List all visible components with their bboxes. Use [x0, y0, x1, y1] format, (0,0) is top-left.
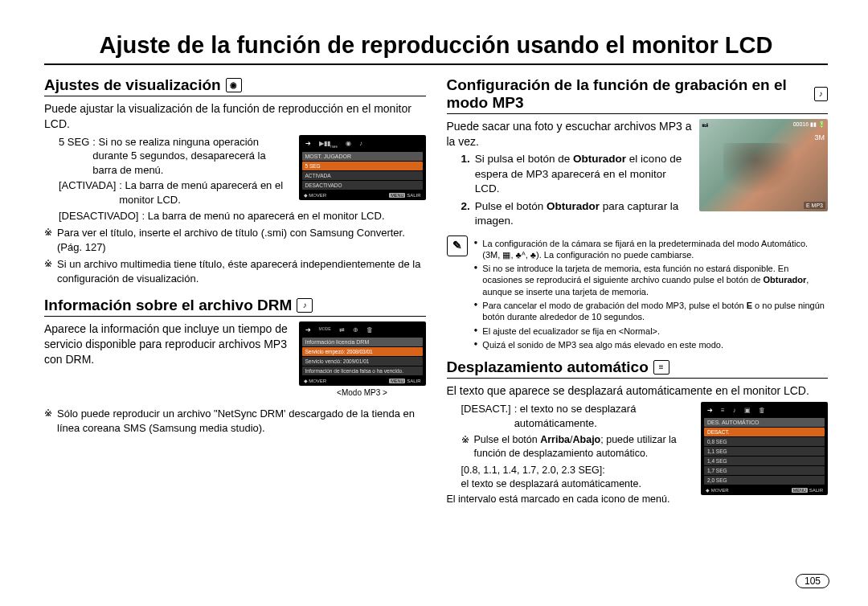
lcd-screenshot-2: ➔MODE⇄⊕🗑 Información licencia DRM Servic…: [299, 321, 426, 397]
sec-title-text: Ajustes de visualización: [44, 76, 221, 94]
lcd-screenshot-3: ➔≡♪▣🗑 DES. AUTOMÁTICO DESACT. 0,8 SEG 1,…: [701, 402, 828, 495]
lcd3-r2: 1,1 SEG: [704, 447, 825, 456]
lcd3-r3: 1,4 SEG: [704, 457, 825, 465]
lcd2-foot-left: ◆ MOVER: [304, 378, 327, 383]
photo-cam-icon: 📷: [702, 121, 709, 128]
lcd3-r4: 1,7 SEG: [704, 466, 825, 475]
step-1: Si pulsa el botón de Obturador el icono …: [475, 152, 693, 196]
section-drm: Información sobre el archivo DRM ♪: [44, 297, 426, 317]
photo-mp3-badge: E MP3: [804, 202, 825, 209]
lcd-screenshot-1: ➔▶▮▮TIME◉♪ MOST. JUGADOR 5 SEG ACTIVADA …: [299, 135, 426, 201]
left-column: Ajustes de visualización ◉ Puede ajustar…: [44, 72, 426, 506]
lcd2-row-0: Servicio empezó: 2008/03/01: [302, 347, 423, 356]
step-2: Pulse el botón Obturador para capturar l…: [475, 199, 693, 228]
music-icon: ♪: [297, 298, 313, 313]
lcd3-title: DES. AUTOMÁTICO: [704, 418, 825, 427]
note-3: El ajuste del ecualizador se fija en <No…: [482, 326, 660, 337]
def2-label: [ACTIVADA]: [59, 178, 116, 207]
note-list: La configuración de la cámara se fijará …: [474, 235, 829, 351]
section-ajustes-visualizacion: Ajustes de visualización ◉: [44, 76, 426, 96]
lcd2-menu: MENU: [389, 379, 405, 383]
sec-drm-title: Información sobre el archivo DRM: [44, 297, 292, 314]
lcd1-title: MOST. JUGADOR: [302, 152, 423, 161]
def1-label: 5 SEG: [59, 135, 89, 178]
lcd2-title: Información licencia DRM: [302, 338, 423, 346]
lcd3-r5: 2,0 SEG: [704, 476, 825, 485]
star-note-3: Sólo puede reproducir un archivo "NetSyn…: [57, 407, 426, 435]
note-0: La configuración de la cámara se fijará …: [482, 238, 828, 261]
lcd3-salir: SALIR: [809, 488, 823, 493]
sec-autoscroll-title: Desplazamiento automático: [447, 358, 649, 376]
def2-text: : La barra de menú aparecerá en el monit…: [119, 178, 292, 207]
text-icon: ≡: [653, 360, 669, 375]
lcd1-salir: SALIR: [407, 193, 420, 198]
lcd3-r0: DESACT.: [704, 428, 825, 436]
lcd3-menu: MENU: [792, 488, 808, 493]
note-icon: ✎: [447, 235, 468, 256]
intro-text: Puede ajustar la visualización de la fun…: [44, 101, 426, 132]
note-2: Para cancelar el modo de grabación del m…: [482, 300, 828, 323]
as-def1-label: [DESACT.]: [461, 402, 511, 430]
sec-mp3-title: Configuración de la función de grabación…: [447, 76, 809, 112]
lcd1-row-1: ACTIVADA: [302, 171, 423, 180]
as-def1-text: : el texto no se desplazará automáticame…: [514, 402, 694, 430]
right-column: Configuración de la función de grabación…: [447, 72, 829, 506]
lcd1-row-2: DESACTIVADO: [302, 181, 423, 190]
note-1: Si no se introduce la tarjeta de memoria…: [482, 263, 828, 297]
lcd1-row-0: 5 SEG: [302, 162, 423, 170]
display-icon: ◉: [226, 78, 242, 92]
def1-text: : Si no se realiza ninguna operación dur…: [92, 135, 292, 178]
page-number: 105: [796, 574, 829, 588]
def3-label: [DESACTIVADO]: [59, 209, 138, 223]
section-autoscroll: Desplazamiento automático ≡: [447, 358, 829, 379]
star-note-2: Si un archivo multimedia tiene título, é…: [57, 257, 426, 285]
star-note-1: Para ver el título, inserte el archivo d…: [57, 226, 426, 254]
photo-counter: 00016 ▮▮ 🔋: [793, 121, 825, 128]
as-star1: Pulse el botón Arriba/Abajo; puede utili…: [474, 433, 695, 461]
lcd2-row-2: Información de licencia falsa o ha venci…: [302, 366, 423, 375]
lcd2-caption: <Modo MP3 >: [299, 388, 426, 397]
lcd2-row-1: Servicio venció: 2009/01/01: [302, 357, 423, 366]
def3-text: : La barra de menú no aparecerá en el mo…: [141, 209, 384, 223]
lcd2-salir: SALIR: [407, 379, 420, 383]
lcd3-foot-left: ◆ MOVER: [706, 487, 729, 493]
note-4: Quizá el sonido de MP3 sea algo más elev…: [482, 339, 723, 350]
photo-size: 3M: [814, 133, 825, 141]
lcd1-menu: MENU: [389, 193, 405, 198]
photo-preview: 📷 00016 ▮▮ 🔋 3M E MP3: [699, 119, 828, 211]
lcd1-foot-left: ◆ MOVER: [304, 192, 327, 198]
autoscroll-intro: El texto que aparece se desplazará autom…: [447, 383, 829, 399]
section-mp3-record: Configuración de la función de grabación…: [447, 76, 829, 114]
music-icon: ♪: [814, 87, 828, 101]
lcd3-r1: 0,8 SEG: [704, 437, 825, 446]
page-title: Ajuste de la función de reproducción usa…: [44, 32, 828, 65]
